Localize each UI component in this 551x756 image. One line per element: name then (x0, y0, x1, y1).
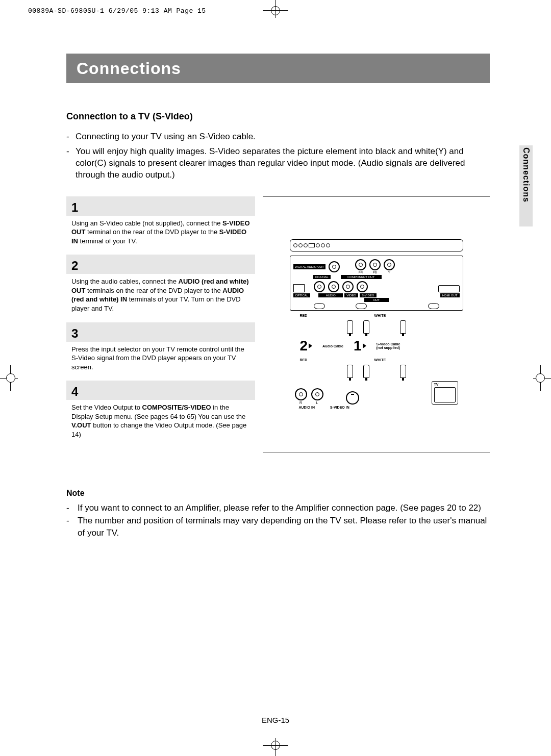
label-component-out: COMPONENT OUT (341, 275, 382, 279)
label-digital-audio-out: DIGITAL AUDIO OUT (293, 264, 325, 269)
step-number: 2 (71, 259, 78, 272)
note-title: Note (66, 487, 490, 499)
triangle-icon (309, 343, 312, 348)
label-svideo-in: S-VIDEO IN (330, 406, 349, 409)
label-red: RED (300, 358, 308, 362)
step-header: 4 (66, 381, 255, 400)
diagram-panel: DIGITAL AUDIO OUT PR PB Y COAXIAL COMPON… (263, 196, 490, 452)
note-block: Note -If you want to connect to an Ampli… (66, 487, 490, 540)
step-body: Using the audio cables, connect the AUDI… (66, 275, 255, 322)
label-red: RED (300, 314, 308, 317)
rca-port-icon (295, 388, 307, 400)
dvd-player-top (290, 239, 463, 251)
label-coaxial: COAXIAL (313, 275, 331, 279)
step-number: 3 (71, 326, 78, 340)
label-white: WHITE (374, 314, 386, 317)
label-audio-in: AUDIO IN (299, 406, 315, 409)
note-line: If you want to connect to an Amplifier, … (78, 502, 481, 515)
label-hdmi-out: HDMI OUT (440, 293, 460, 297)
side-tab: Connections (519, 145, 533, 226)
plug-icon (400, 365, 406, 378)
plug-icon (363, 320, 369, 334)
page-title-bar: Connections (66, 54, 490, 83)
step-body: Using an S-Video cable (not supplied), c… (66, 217, 255, 255)
step-number: 4 (71, 385, 78, 398)
step-header: 1 (66, 196, 255, 216)
triangle-icon (363, 343, 366, 348)
intro-line: You will enjoy high quality images. S-Vi… (76, 146, 490, 181)
step-body: Press the input selector on your TV remo… (66, 343, 255, 381)
plug-icon (363, 365, 369, 378)
diagram-step-2: 2 (300, 338, 313, 354)
plug-icon (347, 365, 353, 378)
connection-diagram: DIGITAL AUDIO OUT PR PB Y COAXIAL COMPON… (290, 239, 463, 409)
crop-mark (271, 741, 280, 750)
label-white: WHITE (374, 358, 386, 362)
steps-column: 1 Using an S-Video cable (not supplied),… (66, 196, 255, 452)
page-title: Connections (77, 59, 181, 78)
dvd-rear-panel: DIGITAL AUDIO OUT PR PB Y COAXIAL COMPON… (290, 256, 463, 311)
step-header: 3 (66, 322, 255, 342)
note-line: The number and position of terminals may… (78, 515, 490, 540)
page-number: ENG-15 (262, 716, 289, 724)
rca-port-icon (311, 388, 323, 400)
crop-mark (6, 373, 15, 383)
step-body: Set the Video Output to COMPOSITE/S-VIDE… (66, 401, 255, 448)
intro-text: -Connecting to your TV using an S-Video … (66, 131, 490, 181)
tv-icon: TV (432, 381, 458, 405)
label-video: VIDEO (344, 293, 358, 297)
plug-icon (347, 320, 353, 334)
side-tab-label: Connections (521, 147, 531, 203)
section-title: Connection to a TV (S-Video) (66, 111, 490, 122)
svideo-port-icon (346, 391, 359, 405)
label-svideo: S-VIDEO (360, 293, 377, 297)
step-number: 1 (71, 200, 78, 214)
label-audio: AUDIO (318, 293, 343, 297)
label-svideo-cable: S-Video Cable (not supplied) (377, 342, 407, 349)
label-audio-cable: Audio Cable (322, 344, 343, 348)
diagram-step-1: 1 (354, 338, 366, 354)
label-out: OUT (364, 298, 389, 302)
plug-icon (400, 320, 406, 334)
crop-mark (536, 373, 545, 383)
step-header: 2 (66, 255, 255, 274)
label-optical: OPTICAL (293, 293, 311, 297)
intro-line: Connecting to your TV using an S-Video c… (76, 131, 256, 143)
crop-mark (271, 6, 280, 15)
